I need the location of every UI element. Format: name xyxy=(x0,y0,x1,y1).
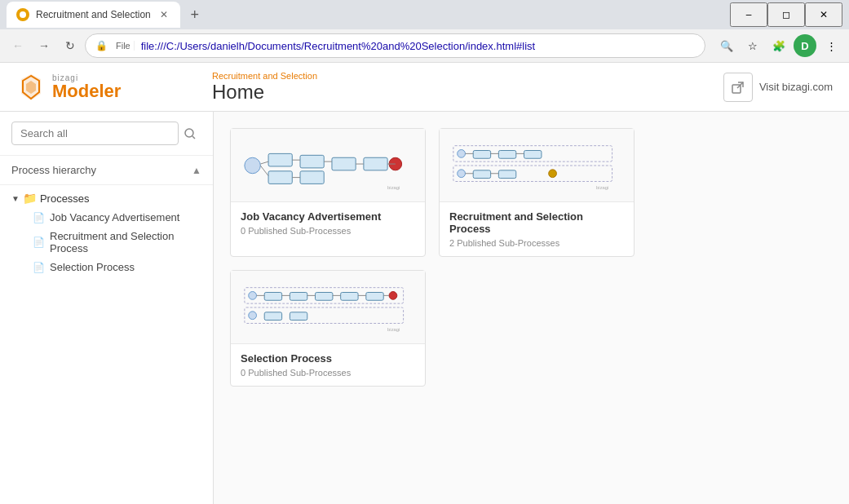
svg-rect-46 xyxy=(341,292,358,300)
svg-point-33 xyxy=(458,169,466,177)
content-area: bizagi Job Vacancy Advertisement 0 Publi… xyxy=(214,112,849,504)
search-bar xyxy=(0,112,213,156)
svg-rect-19 xyxy=(364,157,387,170)
tree-root-item: ▼ 📁 Processes 📄 Job Vacancy Advertisemen… xyxy=(0,185,213,280)
svg-text:bizagi: bizagi xyxy=(387,185,400,190)
back-button[interactable]: ← xyxy=(7,34,29,57)
header-center: Recruitment and Selection Home xyxy=(196,71,723,104)
visit-bizagi-wrapper[interactable]: Visit bizagi.com xyxy=(723,73,833,102)
search-button[interactable]: 🔍 xyxy=(715,34,738,57)
app-header: bizagi Modeler Recruitment and Selection… xyxy=(0,63,849,112)
visit-bizagi-label: Visit bizagi.com xyxy=(759,81,833,93)
tree-root-row[interactable]: ▼ 📁 Processes xyxy=(0,188,213,208)
minimize-button[interactable]: – xyxy=(730,2,767,27)
card-thumbnail: bizagi xyxy=(440,129,634,202)
search-input[interactable] xyxy=(11,122,179,145)
restore-button[interactable]: ◻ xyxy=(767,2,805,27)
svg-point-26 xyxy=(458,149,466,157)
svg-point-48 xyxy=(389,291,397,299)
new-tab-button[interactable]: + xyxy=(184,3,206,26)
file-icon: 📄 xyxy=(33,262,45,273)
tab-favicon xyxy=(16,8,29,21)
visit-bizagi-icon[interactable] xyxy=(723,73,753,102)
svg-text:bizagi: bizagi xyxy=(387,327,400,332)
card-info: Selection Process 0 Published Sub-Proces… xyxy=(231,344,425,386)
svg-point-42 xyxy=(249,291,257,299)
svg-rect-14 xyxy=(300,170,324,183)
address-bar[interactable]: 🔒 File file:///C:/Users/danielh/Document… xyxy=(85,33,705,58)
tree-child-label: Selection Process xyxy=(50,261,135,273)
process-hierarchy-header[interactable]: Process hierarchy ▲ xyxy=(0,156,213,185)
cards-grid: bizagi Job Vacancy Advertisement 0 Publi… xyxy=(230,128,833,387)
tree-child-label: Job Vacancy Advertisement xyxy=(50,211,179,223)
svg-rect-10 xyxy=(268,170,292,183)
svg-rect-56 xyxy=(264,312,281,320)
svg-line-11 xyxy=(260,161,268,164)
tree-child-item[interactable]: 📄 Recruitment and Selection Process xyxy=(26,227,213,258)
card-title: Selection Process xyxy=(241,352,415,365)
svg-line-12 xyxy=(260,166,268,176)
tree-expand-icon: ▼ xyxy=(11,194,20,203)
card-title: Job Vacancy Advertisement xyxy=(241,210,415,223)
tree-child-item[interactable]: 📄 Selection Process xyxy=(26,258,213,276)
user-avatar[interactable]: D xyxy=(794,34,816,57)
file-icon: 📄 xyxy=(33,212,45,223)
card-info: Job Vacancy Advertisement 0 Published Su… xyxy=(231,202,425,244)
svg-rect-29 xyxy=(524,150,541,158)
svg-rect-28 xyxy=(498,150,515,158)
tree-root-label: Processes xyxy=(40,192,90,205)
main-content: Process hierarchy ▲ ▼ 📁 Processes 📄 Job … xyxy=(0,112,849,504)
browser-menu-button[interactable]: ⋮ xyxy=(820,34,842,57)
refresh-button[interactable]: ↻ xyxy=(59,34,82,57)
bookmark-button[interactable]: ☆ xyxy=(741,34,764,57)
close-button[interactable]: ✕ xyxy=(805,2,842,27)
card-sub: 2 Published Sub-Processes xyxy=(449,238,624,248)
secure-icon: 🔒 xyxy=(95,40,108,51)
svg-rect-57 xyxy=(290,312,307,320)
address-url: file:///C:/Users/danielh/Documents/Recru… xyxy=(141,40,695,52)
hierarchy-label: Process hierarchy xyxy=(11,164,96,176)
search-icon[interactable] xyxy=(179,122,201,145)
svg-rect-13 xyxy=(300,155,324,168)
card-info: Recruitment and Selection Process 2 Publ… xyxy=(440,202,634,256)
card-sub: 0 Published Sub-Processes xyxy=(241,226,415,236)
card-thumbnail: bizagi xyxy=(231,271,425,344)
svg-rect-47 xyxy=(366,292,383,300)
svg-rect-34 xyxy=(473,170,490,178)
forward-button[interactable]: → xyxy=(33,34,55,57)
svg-rect-44 xyxy=(290,292,307,300)
svg-point-0 xyxy=(20,11,26,18)
svg-rect-8 xyxy=(245,157,260,173)
tree-child-item[interactable]: 📄 Job Vacancy Advertisement xyxy=(26,208,213,227)
card-sub: 0 Published Sub-Processes xyxy=(241,368,415,378)
file-label: File xyxy=(113,41,135,51)
external-link-icon xyxy=(730,79,746,95)
svg-rect-27 xyxy=(473,150,490,158)
svg-text:bizagi: bizagi xyxy=(596,185,608,190)
diagram-preview: bizagi xyxy=(449,133,624,198)
tab-close-button[interactable]: ✕ xyxy=(157,8,170,21)
svg-point-55 xyxy=(249,311,257,319)
svg-point-36 xyxy=(549,169,557,177)
tree-child-label: Recruitment and Selection Process xyxy=(50,230,206,254)
folder-icon: 📁 xyxy=(23,192,37,205)
svg-rect-35 xyxy=(498,170,515,178)
logo-text: bizagi Modeler xyxy=(52,73,121,100)
process-card[interactable]: bizagi Job Vacancy Advertisement 0 Publi… xyxy=(230,128,426,257)
tree-children: 📄 Job Vacancy Advertisement 📄 Recruitmen… xyxy=(0,208,213,276)
file-icon: 📄 xyxy=(33,237,45,248)
chevron-down-icon: ▲ xyxy=(192,165,201,176)
breadcrumb: Recruitment and Selection xyxy=(212,71,723,81)
extensions-button[interactable]: 🧩 xyxy=(767,34,790,57)
diagram-preview: bizagi xyxy=(241,133,415,198)
process-card[interactable]: bizagi Recruitment and Selection Process… xyxy=(439,128,635,257)
svg-line-7 xyxy=(192,136,195,139)
svg-point-6 xyxy=(185,129,193,137)
header-right: Visit bizagi.com xyxy=(723,73,833,102)
browser-tab[interactable]: Recruitment and Selection ✕ xyxy=(7,2,180,28)
logo-area: bizagi Modeler xyxy=(16,73,196,102)
process-card[interactable]: bizagi Selection Process 0 Published Sub… xyxy=(230,270,426,387)
svg-rect-43 xyxy=(264,292,281,300)
svg-rect-17 xyxy=(332,157,356,170)
sidebar: Process hierarchy ▲ ▼ 📁 Processes 📄 Job … xyxy=(0,112,214,504)
